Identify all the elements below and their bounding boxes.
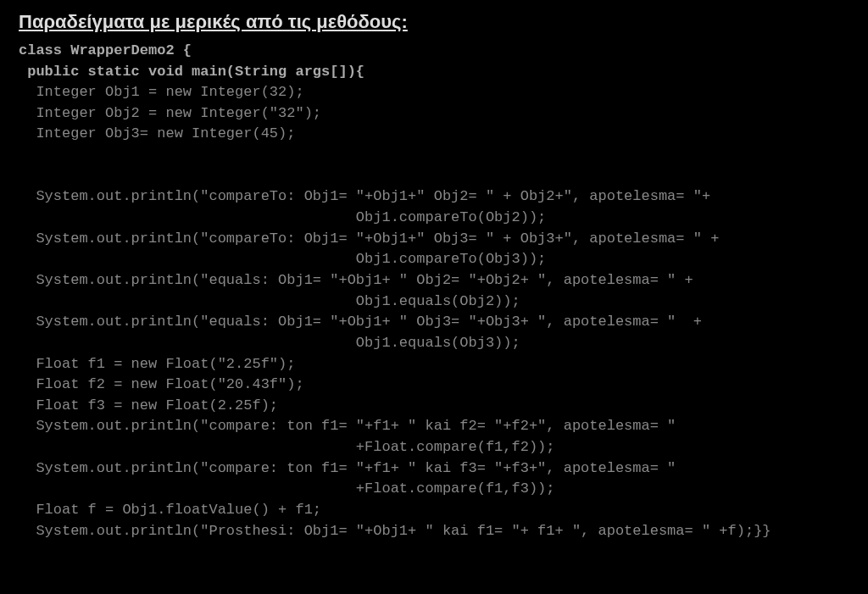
code-line: +Float.compare(f1,f2)); xyxy=(19,439,555,455)
code-line: System.out.println("compare: ton f1= "+f… xyxy=(19,460,676,476)
code-line: Integer Obj2 = new Integer("32"); xyxy=(19,105,321,121)
code-line: Obj1.equals(Obj2)); xyxy=(19,293,520,309)
code-line: +Float.compare(f1,f3)); xyxy=(19,480,555,497)
code-line: Float f = Obj1.floatValue() + f1; xyxy=(19,502,321,518)
code-line: Float f2 = new Float("20.43f"); xyxy=(19,376,304,392)
code-block: class WrapperDemo2 { public static void … xyxy=(19,41,849,541)
code-line: Obj1.equals(Obj3)); xyxy=(19,335,520,351)
code-line: public static void main(String args[]){ xyxy=(19,64,364,80)
slide-content: Παραδείγματα με μερικές από τις μεθόδους… xyxy=(0,0,868,550)
code-line: Obj1.compareTo(Obj2)); xyxy=(19,209,546,225)
code-line: Obj1.compareTo(Obj3)); xyxy=(19,251,546,267)
code-line: System.out.println("equals: Obj1= "+Obj1… xyxy=(19,272,693,288)
code-line: class WrapperDemo2 { xyxy=(19,42,192,58)
code-line: System.out.println("compare: ton f1= "+f… xyxy=(19,418,676,434)
code-line: System.out.println("Prosthesi: Obj1= "+O… xyxy=(19,523,771,539)
code-line: System.out.println("compareTo: Obj1= "+O… xyxy=(19,230,719,247)
section-heading: Παραδείγματα με μερικές από τις μεθόδους… xyxy=(19,8,849,36)
code-line: Float f3 = new Float(2.25f); xyxy=(19,397,278,414)
code-line: System.out.println("compareTo: Obj1= "+O… xyxy=(19,188,710,204)
code-line: Integer Obj3= new Integer(45); xyxy=(19,125,295,142)
code-line: Float f1 = new Float("2.25f"); xyxy=(19,356,295,372)
code-line: System.out.println("equals: Obj1= "+Obj1… xyxy=(19,314,702,330)
code-line: Integer Obj1 = new Integer(32); xyxy=(19,84,304,100)
